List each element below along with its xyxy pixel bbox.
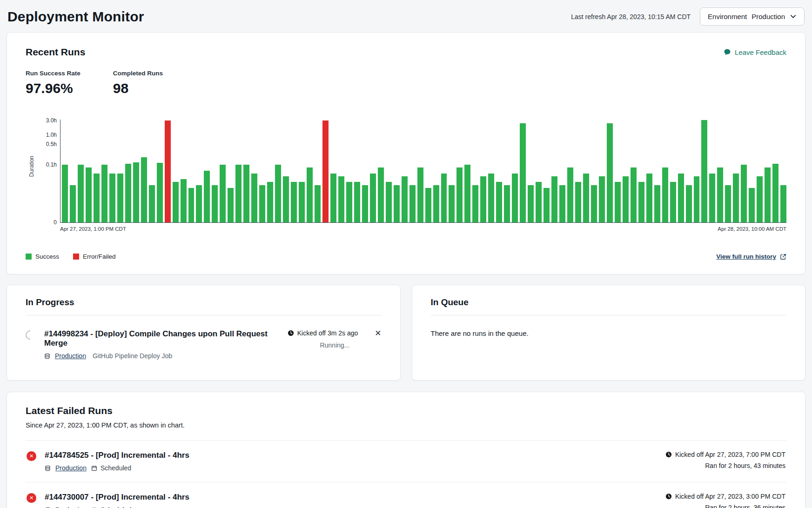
chart-bar[interactable] — [456, 167, 463, 222]
chart-bar[interactable] — [370, 174, 376, 222]
chart-bar[interactable] — [654, 185, 660, 222]
chart-bar[interactable] — [196, 185, 202, 222]
chart-bar[interactable] — [433, 185, 439, 222]
chart-bar[interactable] — [709, 174, 715, 222]
chart-bar[interactable] — [464, 165, 470, 222]
view-full-run-history-link[interactable]: View full run history — [716, 253, 786, 260]
chart-bar[interactable] — [346, 182, 352, 222]
chart-bar[interactable] — [165, 120, 171, 222]
chart-bar[interactable] — [299, 182, 305, 222]
chart-bar[interactable] — [101, 165, 107, 222]
chart-bar[interactable] — [94, 174, 100, 222]
chart-bar[interactable] — [78, 165, 84, 222]
chart-bar[interactable] — [780, 185, 786, 222]
chart-bar[interactable] — [251, 174, 257, 222]
chart-bar[interactable] — [599, 176, 605, 222]
failed-run-environment-link[interactable]: Production — [55, 464, 87, 472]
chart-bar[interactable] — [488, 174, 494, 222]
chart-bar[interactable] — [322, 120, 329, 222]
chart-bar[interactable] — [86, 167, 92, 222]
chart-bar[interactable] — [441, 174, 447, 222]
chart-bar[interactable] — [741, 165, 747, 222]
run-environment-link[interactable]: Production — [55, 352, 86, 360]
chart-bar[interactable] — [173, 182, 179, 222]
chart-bar[interactable] — [591, 185, 597, 222]
chart-bar[interactable] — [386, 182, 392, 222]
chart-bar[interactable] — [694, 176, 700, 222]
chart-bar[interactable] — [362, 185, 368, 222]
chart-bar[interactable] — [670, 182, 676, 222]
chart-bar[interactable] — [330, 174, 336, 222]
chart-bar[interactable] — [181, 179, 187, 222]
chart-bar[interactable] — [496, 182, 502, 222]
chart-bar[interactable] — [409, 185, 416, 222]
chart-bar[interactable] — [125, 164, 131, 222]
chart-bar[interactable] — [551, 176, 557, 222]
chart-bar[interactable] — [417, 167, 423, 222]
chart-bar[interactable] — [378, 167, 384, 222]
chart-bar[interactable] — [772, 164, 778, 222]
chart-bar[interactable] — [504, 185, 510, 222]
chart-bar[interactable] — [631, 167, 637, 222]
chart-bar[interactable] — [701, 120, 707, 222]
chart-bar[interactable] — [449, 185, 455, 222]
chart-bar[interactable] — [607, 123, 613, 222]
chart-bar[interactable] — [536, 182, 542, 222]
chart-bar[interactable] — [623, 176, 629, 222]
chart-bar[interactable] — [354, 182, 360, 222]
chart-bar[interactable] — [141, 157, 147, 222]
chart-bar[interactable] — [133, 162, 139, 222]
chart-bar[interactable] — [757, 176, 763, 222]
chart-bar[interactable] — [638, 182, 644, 222]
chart-bar[interactable] — [528, 185, 534, 222]
chart-bar[interactable] — [188, 188, 195, 222]
chart-bar[interactable] — [559, 185, 565, 222]
chart-bar[interactable] — [646, 174, 652, 222]
chart-bar[interactable] — [307, 167, 313, 222]
chart-bar[interactable] — [235, 165, 242, 222]
environment-dropdown[interactable]: Environment Production — [700, 7, 805, 26]
chart-bar[interactable] — [480, 176, 486, 222]
chart-bar[interactable] — [733, 174, 739, 222]
chart-bar[interactable] — [117, 174, 123, 222]
chart-bar[interactable] — [220, 165, 226, 222]
chart-bar[interactable] — [662, 167, 668, 222]
chart-bar[interactable] — [228, 188, 234, 222]
chart-bar[interactable] — [686, 185, 692, 222]
chart-bar[interactable] — [749, 188, 755, 222]
chart-bar[interactable] — [243, 165, 249, 222]
chart-bar[interactable] — [583, 174, 589, 222]
chart-bar[interactable] — [544, 188, 550, 222]
chart-bar[interactable] — [520, 123, 526, 222]
chart-bar[interactable] — [315, 185, 321, 222]
chart-bar[interactable] — [512, 174, 518, 222]
chart-bar[interactable] — [62, 165, 68, 222]
chart-bar[interactable] — [267, 182, 273, 222]
cancel-run-button[interactable]: ✕ — [375, 329, 381, 337]
chart-bar[interactable] — [394, 185, 400, 222]
chart-bar[interactable] — [567, 167, 573, 222]
chart-bar[interactable] — [402, 176, 408, 222]
leave-feedback-link[interactable]: Leave Feedback — [724, 48, 786, 56]
chart-bar[interactable] — [615, 182, 621, 222]
chart-bar[interactable] — [212, 185, 218, 222]
chart-bar[interactable] — [425, 188, 431, 222]
chart-bar[interactable] — [259, 185, 265, 222]
chart-bar[interactable] — [291, 182, 297, 222]
chart-bar[interactable] — [157, 163, 163, 222]
chart-bar[interactable] — [338, 176, 344, 222]
chart-bar[interactable] — [472, 185, 478, 222]
chart-x-start-label: Apr 27, 2023, 1:00 PM CDT — [60, 226, 126, 232]
chart-bar[interactable] — [717, 167, 723, 222]
chart-bar[interactable] — [725, 185, 731, 222]
chart-bar[interactable] — [149, 185, 155, 222]
chart-bar[interactable] — [204, 171, 210, 222]
chart-bar[interactable] — [70, 185, 76, 222]
chart-bar[interactable] — [678, 174, 684, 222]
chart-bar[interactable] — [575, 182, 581, 222]
chart-bar[interactable] — [275, 165, 281, 222]
chart-bar[interactable] — [765, 167, 771, 222]
failed-run-environment-link[interactable]: Production — [55, 506, 87, 508]
chart-bar[interactable] — [283, 176, 289, 222]
chart-bar[interactable] — [109, 174, 115, 222]
